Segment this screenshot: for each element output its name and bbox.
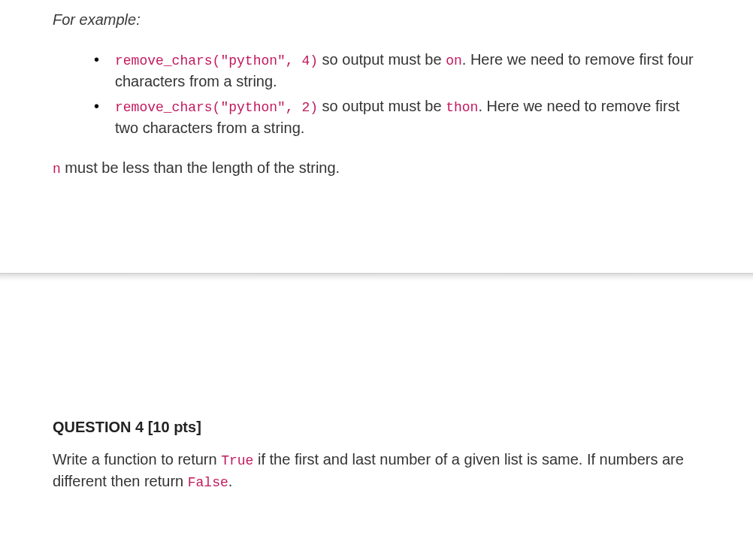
code-literal: False [188,475,228,490]
question-section: QUESTION 4 [10 pts] Write a function to … [0,416,753,522]
example-section: For example: remove_chars("python", 4) s… [0,0,753,179]
example-list: remove_chars("python", 4) so output must… [53,49,700,139]
code-output: on [446,53,462,68]
section-divider [0,273,753,281]
list-item: remove_chars("python", 2) so output must… [94,95,700,139]
text-fragment: . [228,473,233,489]
code-snippet: remove_chars("python", 2) [115,100,318,115]
text-fragment: Write a function to return [53,451,221,468]
text-fragment: so output must be [318,51,446,68]
code-snippet: remove_chars("python", 4) [115,53,318,68]
intro-label: For example: [53,9,700,31]
question-body: Write a function to return True if the f… [53,449,700,492]
list-item: remove_chars("python", 4) so output must… [94,49,700,92]
text-fragment: so output must be [318,98,446,114]
code-output: thon [446,100,478,115]
code-literal: True [221,453,253,468]
document-page: For example: remove_chars("python", 4) s… [0,0,753,560]
code-variable: n [53,162,61,177]
question-header: QUESTION 4 [10 pts] [53,416,700,438]
constraint-note: n must be less than the length of the st… [53,157,700,179]
text-fragment: must be less than the length of the stri… [61,159,340,176]
